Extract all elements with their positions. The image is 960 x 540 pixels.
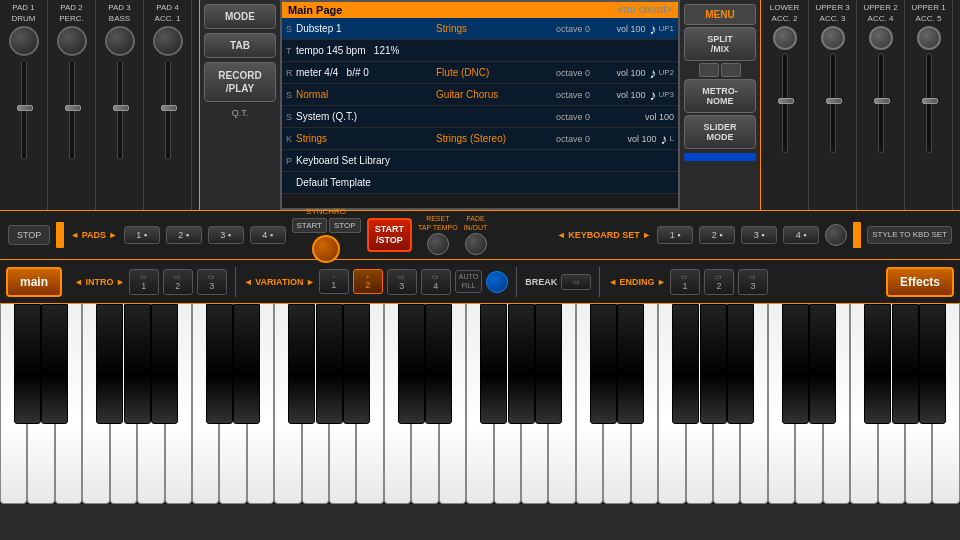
record-play-button[interactable]: RECORD/PLAY [204,62,276,102]
screen-row-4[interactable]: S Normal Guitar Chorus octave 0 vol 100 … [282,84,678,106]
effects-button[interactable]: Effects [886,267,954,297]
menu-display[interactable]: MENU [684,4,756,25]
kbd-btn-4[interactable]: 4 ▪ [783,226,819,244]
ending-btn-1[interactable]: ▭1 [670,269,700,295]
black-key-cs5[interactable] [782,304,809,424]
ending-btn-2[interactable]: ▭2 [704,269,734,295]
pad-3-knob[interactable] [105,26,135,56]
black-key-ds1[interactable] [41,304,68,424]
auto-fill-button[interactable]: AUTOFILL [455,270,482,293]
pad-2-slider[interactable] [69,60,75,160]
variation-btn-4[interactable]: ▭4 [421,269,451,295]
screen-row-8[interactable]: Default Template [282,172,678,194]
black-key-gs2[interactable] [316,304,343,424]
break-btn[interactable]: ▭ [561,274,591,290]
black-key-as3[interactable] [535,304,562,424]
slider-mode-bar [684,153,756,161]
stop-button[interactable]: STOP [8,225,50,245]
mode-button[interactable]: MODE [204,4,276,29]
right-3-knob[interactable] [869,26,893,50]
black-key-as5[interactable] [919,304,946,424]
black-key-cs1[interactable] [14,304,41,424]
black-key-gs1[interactable] [124,304,151,424]
row-3-info: octave 0 [556,68,612,78]
ending-btn-3[interactable]: ▭3 [738,269,768,295]
intro-btn-3[interactable]: ▭3 [197,269,227,295]
black-key-fs4[interactable] [672,304,699,424]
kbd-round-btn[interactable] [825,224,847,246]
black-key-cs4[interactable] [590,304,617,424]
intro-label: ◄ INTRO ► [74,277,125,287]
screen-row-3[interactable]: R meter 4/4 b/# 0 Flute (DNC) octave 0 v… [282,62,678,84]
pad-3-slider[interactable] [117,60,123,160]
black-key-fs3[interactable] [480,304,507,424]
black-key-fs5[interactable] [864,304,891,424]
black-key-ds3[interactable] [425,304,452,424]
variation-btn-3[interactable]: ▭3 [387,269,417,295]
pad-4-knob[interactable] [153,26,183,56]
black-key-cs3[interactable] [398,304,425,424]
black-key-as4[interactable] [727,304,754,424]
kbd-btn-3[interactable]: 3 ▪ [741,226,777,244]
row-5-vol: vol 100 [645,112,674,122]
kbd-btn-2[interactable]: 2 ▪ [699,226,735,244]
tab-button[interactable]: TAB [204,33,276,58]
style-to-kbd-btn[interactable]: STYLE TO KBD SET [867,226,952,244]
right-2-slider[interactable] [830,53,836,153]
black-key-fs2[interactable] [288,304,315,424]
right-3-slider[interactable] [878,53,884,153]
metronome-button[interactable]: METRO-NOME [684,79,756,113]
screen-row-7[interactable]: P Keyboard Set Library [282,150,678,172]
pad-1-knob[interactable] [9,26,39,56]
synchro-round-btn[interactable] [312,235,340,263]
left-mode-controls: MODE TAB RECORD/PLAY Q.T. [200,0,280,210]
intro-btn-2[interactable]: ▭2 [163,269,193,295]
piano-keys [0,304,960,504]
black-key-ds2[interactable] [233,304,260,424]
screen-row-6[interactable]: K Strings Strings (Stereo) octave 0 vol … [282,128,678,150]
black-key-ds5[interactable] [809,304,836,424]
pads-btn-3[interactable]: 3 ▪ [208,226,244,244]
screen-row-5[interactable]: S System (Q.T.) octave 0 vol 100 [282,106,678,128]
synchro-start-btn[interactable]: START [292,218,327,233]
auto-fill-round[interactable] [486,271,508,293]
right-4-knob[interactable] [917,26,941,50]
split-mix-button[interactable]: SPLIT/MIX [684,27,756,61]
right-slider-1: LOWER ACC. 2 [761,0,809,210]
reset-btn-round[interactable] [427,233,449,255]
divider-var-break [516,267,517,297]
variation-btn-2[interactable]: ▪2 [353,269,383,294]
pads-btn-4[interactable]: 4 ▪ [250,226,286,244]
fade-btn-round[interactable] [465,233,487,255]
screen-row-2[interactable]: T tempo 145 bpm 121% [282,40,678,62]
black-key-ds4[interactable] [617,304,644,424]
right-1-slider[interactable] [782,53,788,153]
black-key-fs1[interactable] [96,304,123,424]
main-button[interactable]: main [6,267,62,297]
variation-btn-1[interactable]: ▪1 [319,269,349,294]
black-key-gs3[interactable] [508,304,535,424]
pad-1-slider[interactable] [21,60,27,160]
right-slider-4: UPPER 1 ACC. 5 [905,0,953,210]
pads-btn-1[interactable]: 1 ▪ [124,226,160,244]
intro-btn-1[interactable]: ▭1 [129,269,159,295]
black-key-gs5[interactable] [892,304,919,424]
black-key-as2[interactable] [343,304,370,424]
right-4-slider[interactable] [926,53,932,153]
kbd-btn-1[interactable]: 1 ▪ [657,226,693,244]
black-key-as1[interactable] [151,304,178,424]
pads-btn-2[interactable]: 2 ▪ [166,226,202,244]
black-key-gs4[interactable] [700,304,727,424]
right-2-knob[interactable] [821,26,845,50]
screen-row-1[interactable]: S Dubstep 1 Strings octave 0 vol 100 ♪ U… [282,18,678,40]
pad-1-slider-handle [17,105,33,111]
start-stop-button[interactable]: START/STOP [367,218,412,252]
black-key-cs2[interactable] [206,304,233,424]
pad-1-sublabel: DRUM [12,15,36,24]
right-1-knob[interactable] [773,26,797,50]
pad-4-slider[interactable] [165,60,171,160]
pad-2-knob[interactable] [57,26,87,56]
left-pads: PAD 1 DRUM PAD 2 PERC. PAD 3 BASS [0,0,200,210]
synchro-stop-btn[interactable]: STOP [329,218,361,233]
slider-mode-button[interactable]: SLIDERMODE [684,115,756,149]
